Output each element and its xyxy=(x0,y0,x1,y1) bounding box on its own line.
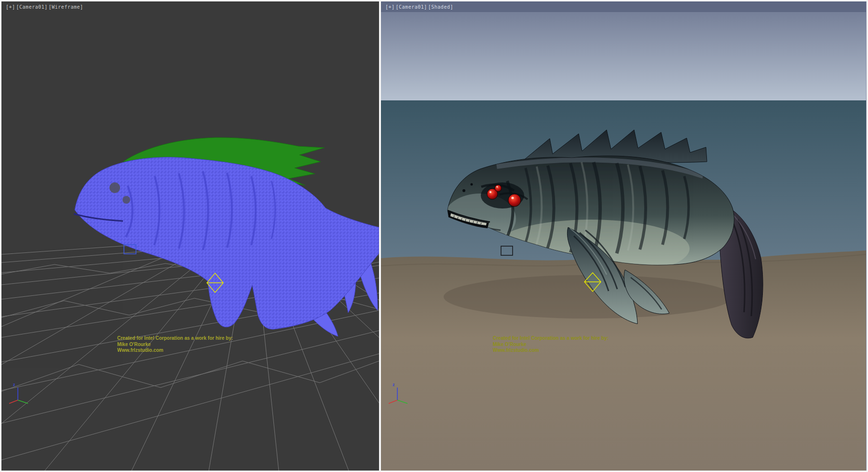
nostril xyxy=(471,183,473,186)
fish-eyes xyxy=(481,182,524,208)
viewport-shaded[interactable]: [+] [Camera01] [Shaded] Created for Inte… xyxy=(381,1,867,471)
axis-tripod-icon xyxy=(7,384,31,407)
axis-z-label: z xyxy=(393,382,395,387)
viewport-menu-pov[interactable]: [Camera01] xyxy=(16,4,48,10)
fish-eyespot-small xyxy=(122,196,130,204)
sky xyxy=(381,1,866,102)
viewport-canvas: [+] [Camera01] [Wireframe] Created for I… xyxy=(0,0,868,472)
eye-red-large xyxy=(508,194,521,207)
axis-tripod: z xyxy=(7,384,31,407)
watermark-line-3: Www.frlzstudio.com xyxy=(493,347,609,354)
viewport-label-shaded: [+] [Camera01] [Shaded] xyxy=(385,4,453,10)
watermark-line-1: Created for Intel Corporation as a work … xyxy=(117,335,233,342)
viewport-menu-shading[interactable]: [Wireframe] xyxy=(49,4,83,10)
wireframe-scene xyxy=(1,1,379,471)
watermark-line-2: Mike O'Rourke xyxy=(117,342,233,348)
eye-red-small xyxy=(495,185,502,192)
fish-eyespot-large xyxy=(109,182,120,193)
axis-tripod-icon xyxy=(387,384,411,407)
viewport-menu-general[interactable]: [+] xyxy=(385,4,395,10)
creator-watermark: Created for Intel Corporation as a work … xyxy=(493,335,609,354)
creator-watermark: Created for Intel Corporation as a work … xyxy=(117,335,233,354)
watermark-line-1: Created for Intel Corporation as a work … xyxy=(493,335,609,342)
axis-z-label: z xyxy=(13,382,15,387)
watermark-line-3: Www.frlzstudio.com xyxy=(117,347,233,354)
viewport-label-wireframe: [+] [Camera01] [Wireframe] xyxy=(6,4,83,10)
nostril xyxy=(462,189,465,192)
wireframe-fish-body[interactable] xyxy=(74,157,379,329)
viewport-wireframe[interactable]: [+] [Camera01] [Wireframe] Created for I… xyxy=(1,1,379,471)
axis-tripod: z xyxy=(387,384,411,407)
watermark-line-2: Mike O'Rourke xyxy=(493,342,609,348)
viewport-menu-general[interactable]: [+] xyxy=(6,4,15,10)
viewport-menu-shading[interactable]: [Shaded] xyxy=(428,4,453,10)
shaded-scene xyxy=(381,1,866,471)
viewport-menu-pov[interactable]: [Camera01] xyxy=(396,4,427,10)
viewport-top-strip xyxy=(381,1,866,12)
